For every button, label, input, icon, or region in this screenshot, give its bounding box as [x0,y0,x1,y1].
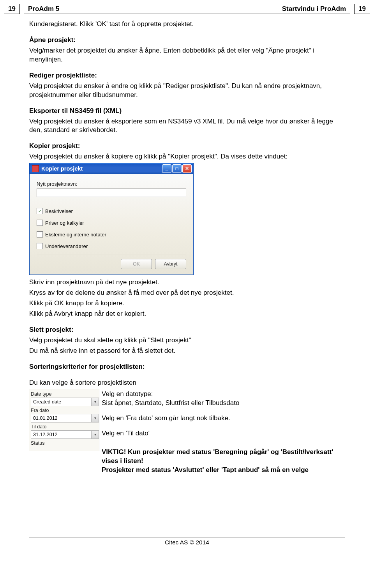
text-line: Klikk på Avbryt knapp når det er kopiert… [29,310,345,319]
cancel-button[interactable]: Avbryt [155,259,186,269]
checkbox-priser[interactable]: Priser og kalkyler [37,220,186,226]
text-line: Skriv inn prosjektnavn på det nye prosje… [29,278,345,287]
close-icon[interactable]: ✕ [182,164,192,173]
text-line: Kunderegisteret. Klikk 'OK' tast for å o… [29,20,345,29]
projectname-label: Nytt prosjektnavn: [37,181,186,187]
text-line: Sist åpnet, Startdato, Sluttfrist eller … [102,399,345,408]
chevron-down-icon: ▾ [91,398,99,406]
check-icon: ✓ [37,208,43,214]
important-line: Prosjekter med status 'Avsluttet' eller … [102,466,345,475]
projectname-input[interactable] [37,188,186,197]
maximize-icon[interactable]: □ [172,164,182,173]
page-num-left: 19 [4,4,20,14]
text-line: Du må nå skrive inn et passord for å få … [29,347,345,356]
app-name: ProAdm 5 [28,5,59,13]
check-icon [37,231,43,238]
minimize-icon[interactable]: _ [162,164,171,173]
dialog-title: Kopier prosjekt [41,165,83,172]
open-text: Velg/marker det prosjektet du ønsker å å… [29,46,345,64]
to-label: Til dato [31,424,99,430]
from-date-select[interactable]: 01.01.2012 ▾ [31,414,99,423]
text-line: Klikk på OK knapp for å kopiere. [29,299,345,308]
check-icon [37,243,43,249]
checkbox-notater[interactable]: Eksterne og interne notater [37,231,186,238]
section-title: Startvindu i ProAdm [282,5,346,13]
copy-text: Velg prosjektet du ønsker å kopiere og k… [29,152,345,161]
export-text: Velg prosjektet du ønsker å eksportere s… [29,117,345,135]
checkbox-underlev[interactable]: Underleverandører [37,243,186,249]
status-label: Status [31,440,99,446]
ok-button[interactable]: OK [121,259,152,269]
dialog-titlebar[interactable]: Kopier prosjekt _ □ ✕ [30,163,193,174]
delete-heading: Slett prosjekt: [29,326,345,334]
page-header: 19 ProAdm 5 Startvindu i ProAdm 19 [4,4,370,14]
filters-panel: Date type Created date ▾ Fra dato 01.01.… [29,389,99,451]
footer-text: Citec AS © 2014 [0,537,374,554]
edit-heading: Rediger prosjektliste: [29,71,345,80]
copy-heading: Kopier prosjekt: [29,142,345,151]
text-line: Velg en 'Til dato' [102,429,345,438]
to-date-select[interactable]: 31.12.2012 ▾ [31,430,99,439]
datetype-select[interactable]: Created date ▾ [31,398,99,406]
chevron-down-icon: ▾ [91,431,99,438]
text-line: Velg en datotype: [102,390,345,399]
check-icon [37,220,43,226]
checkbox-beskrivelser[interactable]: ✓ Beskrivelser [37,208,186,214]
text-line: Kryss av for de delene du ønsker å få me… [29,289,345,298]
copy-project-dialog: Kopier prosjekt _ □ ✕ Nytt prosjektnavn:… [29,163,194,275]
text-line: Velg prosjektet du skal slette og klikk … [29,336,345,345]
export-heading: Eksporter til NS3459 fil (XML) [29,107,345,116]
edit-text: Velg prosjektet du ønsker å endre og kli… [29,82,345,100]
app-icon [32,165,39,172]
sort-intro: Du kan velge å sortere prosjektlisten [29,379,345,387]
from-label: Fra dato [31,408,99,413]
important-line: VIKTIG! Kun prosjekter med status 'Bereg… [102,448,345,466]
text-line: Velg en 'Fra dato' som går langt nok til… [102,414,345,423]
sort-heading: Sorteringskriterier for prosjektlisten: [29,363,345,371]
datetype-label: Date type [31,391,99,397]
page-num-right: 19 [354,4,370,14]
chevron-down-icon: ▾ [91,414,99,422]
open-heading: Åpne prosjekt: [29,36,345,45]
